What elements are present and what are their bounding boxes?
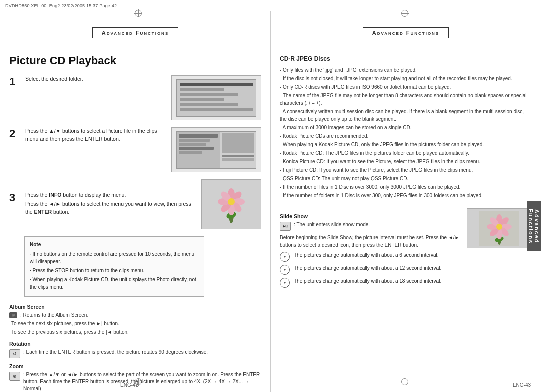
step-2-screenshot [171, 127, 261, 172]
interval-3-icon: ● [280, 278, 290, 288]
interval-1-icon: ● [280, 252, 290, 262]
step-1: 1 Select the desired folder. [9, 75, 261, 120]
slideshow-image [467, 208, 532, 248]
rotation-icon: ↺ [9, 349, 20, 358]
step-1-screenshot [171, 75, 261, 120]
meta-print-line: DVDHD850 XEL-00_Eng2 23/02/2005 15:37 Pa… [5, 3, 117, 8]
right-side-tab: AdvancedFunctions [527, 201, 541, 251]
right-section-header: Advanced Functions [363, 27, 449, 38]
album-icon: ⊞ [9, 312, 17, 318]
step-1-number: 1 [9, 76, 20, 87]
right-page: Advanced Functions CD-R JPEG Discs Only … [270, 11, 541, 392]
step-1-content: Select the desired folder. [25, 75, 161, 84]
note-title: Note [30, 241, 199, 248]
left-page-number: ENG-42 [120, 382, 138, 388]
slideshow-icon: ▶⊡ [280, 222, 291, 231]
interval-2-icon: ● [280, 265, 290, 275]
interval-3: ● The pictures change automatically with… [280, 278, 460, 288]
album-screen-content: ⊞ : Returns to the Album Screen. To see … [9, 312, 261, 336]
step-3-image [201, 179, 261, 229]
album-screen-label: Album Screen [9, 304, 261, 310]
left-section-header: Advanced Functions [92, 27, 178, 38]
svg-point-24 [496, 224, 502, 230]
zoom-label: Zoom [9, 363, 261, 369]
step-2: 2 Press the ▲/▼ buttons to select a Pict… [9, 127, 261, 172]
rotation-content: ↺ : Each time the ENTER button is presse… [9, 349, 261, 358]
slideshow-label: Slide Show [280, 213, 460, 219]
interval-1: ● The pictures change automatically with… [280, 252, 460, 262]
step-2-content: Press the ▲/▼ buttons to select a Pictur… [25, 127, 161, 144]
flower-svg [211, 184, 251, 224]
step-3: 3 Press the INFO button to display the m… [9, 179, 261, 229]
interval-2: ● The pictures change automatically with… [280, 265, 460, 275]
zoom-icon: ⊕ [9, 372, 20, 381]
page-title: Picture CD Playback [9, 54, 261, 67]
cdr-section-title: CD-R JPEG Discs [280, 55, 532, 62]
step-3-content: Press the INFO button to display the men… [25, 191, 191, 217]
right-page-number: ENG-43 [513, 382, 531, 388]
step-2-number: 2 [9, 128, 20, 139]
zoom-content: ⊕ : Press the ▲/▼ or ◄/► buttons to sele… [9, 371, 261, 392]
note-box: Note If no buttons on the remote control… [24, 236, 204, 297]
svg-point-11 [228, 198, 235, 205]
left-page: Advanced Functions Picture CD Playback 1… [0, 11, 270, 392]
slideshow-flower-svg [477, 211, 522, 246]
step-3-number: 3 [9, 192, 20, 203]
rotation-label: Rotation [9, 341, 261, 347]
cdr-info: Only files with the '.jpg' and '.JPG' ex… [280, 66, 532, 199]
slideshow-intro: ▶⊡ : The unit enters slide show mode. Be… [280, 221, 460, 249]
